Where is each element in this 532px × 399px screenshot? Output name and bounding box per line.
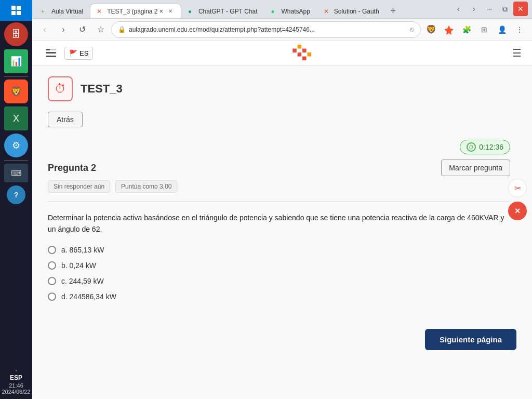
quiz-title: TEST_3 bbox=[81, 82, 123, 96]
option-c-label: c. 244,59 kW bbox=[61, 277, 104, 285]
brave-shield-icon[interactable]: 🦁 bbox=[423, 21, 440, 38]
timer-value: 0:12:36 bbox=[479, 143, 503, 151]
svg-rect-0 bbox=[11, 6, 16, 10]
tab-whatsapp[interactable]: ● WhatsApp bbox=[264, 4, 317, 18]
option-c[interactable]: c. 244,59 kW bbox=[48, 277, 510, 285]
start-button[interactable] bbox=[0, 0, 32, 21]
radio-a[interactable] bbox=[48, 246, 56, 254]
taskbar-blue-icon[interactable]: ⚙ bbox=[4, 134, 28, 157]
radio-c[interactable] bbox=[48, 277, 56, 285]
svg-rect-7 bbox=[46, 52, 56, 54]
language-button[interactable]: 🚩 ES bbox=[64, 47, 93, 60]
taskbar-time: 21:46 bbox=[2, 382, 30, 389]
flag-icon: 🚩 bbox=[69, 49, 77, 57]
timer-badge: ⏱ 0:12:36 bbox=[460, 140, 510, 154]
tab-nav-buttons: ‹ › ─ ⧉ ✕ bbox=[451, 0, 532, 18]
main-menu-button[interactable]: ☰ bbox=[512, 47, 522, 59]
question-text: Determinar la potencia activa basándose … bbox=[48, 212, 510, 235]
back-quiz-button[interactable]: Atrás bbox=[48, 112, 83, 127]
tab-chatgpt[interactable]: ● ChatGPT - GPT Chat bbox=[181, 4, 264, 18]
radio-b[interactable] bbox=[48, 261, 56, 270]
sidebar-toggle-button[interactable] bbox=[43, 45, 59, 61]
close-float-button[interactable]: ✕ bbox=[508, 202, 527, 220]
tab-chatgpt-label: ChatGPT - GPT Chat bbox=[198, 8, 258, 15]
sidebar-panel-icon[interactable]: ⊞ bbox=[476, 21, 493, 38]
address-text: aulagrado.unemi.edu.ec/mod/quiz/attempt.… bbox=[129, 26, 407, 33]
taskbar-chart-icon[interactable]: 📊 bbox=[4, 49, 28, 73]
option-a[interactable]: a. 865,13 kW bbox=[48, 246, 510, 254]
svg-marker-4 bbox=[444, 25, 454, 35]
taskbar: 🗄 📊 🦁 X ⚙ ⌨ ? › ESP 21:46 2024/06/22 bbox=[0, 0, 32, 399]
tab-close-window[interactable]: ✕ bbox=[513, 2, 528, 16]
question-title: Pregunta 2 bbox=[48, 163, 96, 174]
lang-label: ES bbox=[79, 49, 88, 57]
tab-chatgpt-favicon: ● bbox=[188, 8, 195, 15]
quiz-page: ⏱ TEST_3 Atrás ⏱ 0:12:36 Pregunta 2 Marc… bbox=[32, 66, 526, 318]
address-bar[interactable]: 🔒 aulagrado.unemi.edu.ec/mod/quiz/attemp… bbox=[111, 21, 421, 38]
taskbar-help-icon[interactable]: ? bbox=[7, 185, 25, 204]
share-icon[interactable]: ⎋ bbox=[410, 25, 414, 33]
nav-bar: ‹ › ↺ ☆ 🔒 aulagrado.unemi.edu.ec/mod/qui… bbox=[32, 19, 532, 41]
forward-button[interactable]: › bbox=[55, 21, 72, 38]
option-d[interactable]: d. 244586,34 kW bbox=[48, 292, 510, 301]
option-a-label: a. 865,13 kW bbox=[61, 246, 104, 254]
svg-rect-6 bbox=[46, 49, 56, 50]
moodle-header-right: ☰ bbox=[512, 47, 522, 59]
quiz-title-row: ⏱ TEST_3 bbox=[48, 76, 510, 101]
tab-add-button[interactable]: + bbox=[386, 4, 401, 18]
reload-button[interactable]: ↺ bbox=[74, 21, 90, 38]
tab-test3-label: TEST_3 (página 2 × bbox=[107, 8, 163, 15]
tab-minimize[interactable]: ─ bbox=[482, 2, 497, 16]
tab-whatsapp-favicon: ● bbox=[271, 8, 278, 15]
menu-icon[interactable]: ⋮ bbox=[511, 21, 528, 38]
taskbar-keyboard-icon[interactable]: ⌨ bbox=[4, 164, 28, 182]
timer-circle-icon: ⏱ bbox=[467, 142, 476, 152]
leo-icon[interactable]: 👤 bbox=[494, 21, 510, 38]
question-meta: Sin responder aún Puntúa como 3,00 bbox=[48, 180, 510, 193]
tab-gauthmath-label: Solution - Gauth bbox=[334, 8, 379, 15]
tab-aula-label: Aula Virtual bbox=[51, 8, 83, 15]
tab-test3-close[interactable]: ✕ bbox=[166, 7, 175, 16]
bottom-nav: Siguiente página bbox=[32, 318, 532, 361]
option-b[interactable]: b. 0,24 kW bbox=[48, 261, 510, 270]
tab-aula[interactable]: + Aula Virtual bbox=[34, 4, 90, 18]
tab-whatsapp-label: WhatsApp bbox=[282, 8, 310, 15]
moodle-logo bbox=[292, 45, 313, 61]
back-button[interactable]: ‹ bbox=[36, 21, 53, 38]
taskbar-lang: ESP bbox=[2, 374, 30, 381]
taskbar-separator bbox=[4, 76, 28, 77]
question-header: Pregunta 2 Marcar pregunta bbox=[48, 159, 510, 176]
svg-rect-3 bbox=[17, 11, 21, 15]
svg-rect-12 bbox=[297, 52, 301, 57]
bookmark-star[interactable]: ☆ bbox=[92, 21, 109, 38]
tab-scroll-left[interactable]: ‹ bbox=[451, 2, 466, 16]
quiz-icon: ⏱ bbox=[48, 76, 73, 101]
taskbar-db-icon[interactable]: 🗄 bbox=[4, 22, 28, 46]
next-page-button[interactable]: Siguiente página bbox=[425, 329, 516, 350]
nav-actions: 🦁 🧩 ⊞ 👤 ⋮ bbox=[423, 21, 528, 38]
brave-rewards-icon[interactable] bbox=[441, 21, 457, 38]
extensions-icon[interactable]: 🧩 bbox=[458, 21, 475, 38]
taskbar-bottom: › ESP 21:46 2024/06/22 bbox=[2, 368, 30, 395]
scissors-button[interactable]: ✂ bbox=[508, 179, 527, 197]
tab-gauthmath[interactable]: ✕ Solution - Gauth bbox=[317, 4, 386, 18]
taskbar-date: 2024/06/22 bbox=[2, 389, 30, 395]
timer-row: ⏱ 0:12:36 bbox=[48, 140, 510, 154]
points-badge: Puntúa como 3,00 bbox=[115, 180, 177, 193]
tab-restore[interactable]: ⧉ bbox=[498, 2, 512, 16]
svg-rect-9 bbox=[292, 49, 297, 53]
question-divider bbox=[48, 201, 510, 202]
mark-question-button[interactable]: Marcar pregunta bbox=[441, 159, 510, 176]
tab-test3[interactable]: ✕ TEST_3 (página 2 × ✕ bbox=[90, 4, 181, 18]
taskbar-brave-icon[interactable]: 🦁 bbox=[4, 79, 28, 103]
tab-scroll-right[interactable]: › bbox=[467, 2, 481, 16]
float-buttons: ✂ ✕ bbox=[508, 179, 527, 220]
tab-gauthmath-favicon: ✕ bbox=[324, 8, 331, 15]
moodle-header-left: 🚩 ES bbox=[43, 45, 93, 61]
page-content: 🚩 ES ☰ bbox=[32, 41, 532, 399]
svg-rect-13 bbox=[302, 57, 307, 61]
no-answer-badge: Sin responder aún bbox=[48, 180, 110, 193]
taskbar-excel-icon[interactable]: X bbox=[4, 107, 28, 130]
radio-d[interactable] bbox=[48, 292, 56, 301]
svg-rect-11 bbox=[302, 49, 307, 53]
